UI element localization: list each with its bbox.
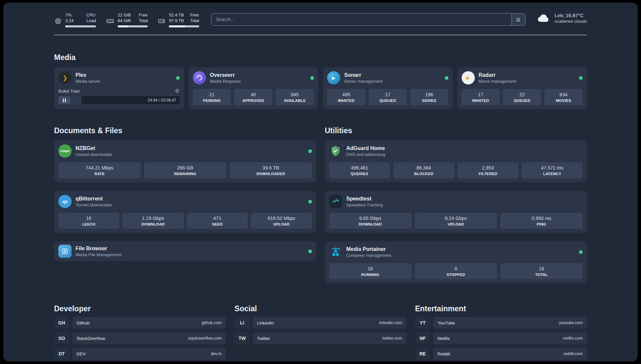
service-subtitle: Usenet downloader: [76, 152, 112, 157]
stat-tile: 485WANTED: [327, 89, 365, 105]
status-dot: [308, 250, 312, 253]
service-name: AdGuard Home: [346, 145, 385, 151]
ram-free-value: 22 GiB: [118, 13, 134, 17]
bookmark-abbr: RE: [415, 348, 430, 360]
bookmark-link-dev[interactable]: DEVdev.to: [72, 348, 226, 360]
service-card-qbittorrent[interactable]: qb qBittorrent Torrent downloader 16LEEC…: [54, 191, 316, 233]
section-title-documents: Documents & Files: [54, 126, 316, 135]
status-dot: [579, 76, 583, 80]
filebrowser-icon: [58, 245, 72, 258]
bookmark-link-reddit[interactable]: Redditreddit.com: [433, 348, 587, 360]
service-card-speedtest[interactable]: Speedtest Speedtest Tracking 9.65 GbpsDO…: [325, 191, 587, 233]
service-name: File Browser: [76, 246, 121, 252]
bookmark-abbr: GH: [54, 317, 69, 329]
service-card-overseerr[interactable]: Overseerr Media Requests 21PENDING 40APP…: [189, 67, 319, 109]
bookmark-row: RE Redditreddit.com: [415, 348, 587, 360]
service-name: qBittorrent: [76, 196, 112, 202]
media-section: Media ❯ Plex Media server Bullet Train: [54, 53, 587, 109]
stat-tile: 40APPROVED: [234, 89, 272, 105]
weather-location: Lviv, 16.87°C: [555, 13, 587, 18]
cpu-usage-value: 7%: [65, 13, 81, 17]
cpu-icon: [54, 15, 62, 27]
bookmark-row: LI LinkedInlinkedin.com: [234, 317, 406, 329]
service-card-portainer[interactable]: Media Portainer Container management 16R…: [325, 241, 587, 283]
stat-tile: 22QUEUED: [503, 89, 541, 105]
service-subtitle: Media Requests: [210, 79, 241, 84]
adguard-shield-icon: [329, 144, 342, 158]
service-subtitle: Container management: [346, 253, 391, 258]
service-name: Media Portainer: [346, 246, 391, 252]
bookmark-link-youtube[interactable]: YouTubeyoutube.com: [433, 317, 587, 329]
stat-tile: 498,461QUERIES: [329, 162, 390, 178]
service-subtitle: DNS and adblocking: [346, 152, 385, 157]
nzbget-icon: nzbget: [58, 144, 72, 158]
disk-free-value: 52.4 TB: [169, 13, 185, 17]
bookmark-row: NF Netflixnetflix.com: [415, 332, 587, 344]
bookmark-link-netflix[interactable]: Netflixnetflix.com: [433, 332, 587, 344]
stat-tile: 945AVAILABLE: [276, 89, 314, 105]
stat-tile: 39.6 TBDOWNLOADED: [229, 162, 312, 178]
playback-progress-bar[interactable]: 24:44 / 02:06:47: [58, 96, 180, 104]
stat-tile: 16RUNNING: [329, 263, 412, 279]
stat-tile: 16LEECH: [58, 213, 119, 229]
disk-progress-bar: [169, 25, 199, 27]
stat-tile: 618.52 MbpsUPLOAD: [251, 213, 312, 229]
gear-icon[interactable]: ⚙: [175, 88, 179, 94]
overseerr-icon: [193, 71, 206, 84]
service-card-nzbget[interactable]: nzbget NZBGet Usenet downloader 744.21 M…: [54, 140, 316, 182]
search-input[interactable]: [211, 14, 511, 25]
bookmark-row: TW Twittertwitter.com: [234, 332, 406, 344]
documents-section: Documents & Files nzbget NZBGet Usenet d…: [54, 126, 316, 261]
status-dot: [308, 200, 312, 203]
now-playing-title: Bullet Train: [58, 89, 80, 94]
section-title-entertainment: Entertainment: [415, 304, 587, 313]
service-card-sonarr[interactable]: ▶ Sonarr Series management 485WANTED 17Q…: [323, 67, 453, 109]
stat-tile: 9.65 GbpsDOWNLOAD: [329, 213, 412, 229]
service-name: NZBGet: [76, 145, 112, 151]
bookmark-abbr: NF: [415, 332, 430, 344]
bookmark-group-developer: Developer GH Githubgithub.com SO StackOv…: [54, 304, 226, 360]
service-name: Speedtest: [346, 196, 383, 202]
service-card-filebrowser[interactable]: File Browser Media File Management: [54, 241, 316, 261]
weather-widget[interactable]: Lviv, 16.87°C scattered clouds: [537, 13, 587, 24]
dashboard-page: 7% CPU 3.24 Load 22 GiB Free 6: [3, 3, 638, 361]
stat-tile: 266 GBREMAINING: [144, 162, 227, 178]
service-subtitle: Movie management: [479, 79, 516, 84]
stat-tile: 17QUEUED: [369, 89, 407, 105]
search-provider-button[interactable]: G: [511, 14, 525, 25]
disk-total-value: 97.9 TB: [169, 18, 185, 23]
bookmark-abbr: SO: [54, 332, 69, 344]
service-card-adguard[interactable]: AdGuard Home DNS and adblocking 498,461Q…: [325, 140, 587, 182]
stat-tile: 17WANTED: [462, 89, 500, 105]
bookmark-link-linkedin[interactable]: LinkedInlinkedin.com: [253, 317, 406, 329]
service-card-radarr[interactable]: ▶ Radarr Movie management 17WANTED 22QUE…: [457, 67, 587, 109]
service-subtitle: Speedtest Tracking: [346, 202, 383, 207]
service-card-plex[interactable]: ❯ Plex Media server Bullet Train ⚙: [54, 67, 184, 109]
bookmark-row: GH Githubgithub.com: [54, 317, 226, 329]
section-title-media: Media: [54, 53, 587, 62]
bookmark-link-stackoverflow[interactable]: StackOverflowstackoverflow.com: [72, 332, 226, 344]
stat-tile: 0STOPPED: [415, 263, 497, 279]
bookmark-link-github[interactable]: Githubgithub.com: [72, 317, 226, 329]
stat-tile: 2,953FILTERED: [458, 162, 519, 178]
bookmark-row: DT DEVdev.to: [54, 348, 226, 360]
service-subtitle: Series management: [344, 79, 382, 84]
cpu-progress-bar: [65, 25, 96, 27]
service-subtitle: Media File Management: [76, 252, 121, 257]
topbar: 7% CPU 3.24 Load 22 GiB Free 6: [54, 13, 587, 27]
playback-time: 24:44 / 02:06:47: [148, 98, 180, 103]
bookmark-link-twitter[interactable]: Twittertwitter.com: [253, 332, 406, 344]
stat-tile: 471SEED: [187, 213, 248, 229]
section-title-utilities: Utilities: [325, 126, 587, 135]
cpu-metric: 7% CPU 3.24 Load: [54, 13, 96, 27]
bookmark-row: YT YouTubeyoutube.com: [415, 317, 587, 329]
bookmark-abbr: TW: [234, 332, 250, 344]
stat-tile: 86,384BLOCKED: [393, 162, 454, 178]
stat-tile: 21PENDING: [193, 89, 231, 105]
disk-total-label: Total: [190, 18, 199, 23]
stat-tile: 47.571 msLATENCY: [522, 162, 583, 178]
status-dot: [579, 250, 583, 254]
weather-condition: scattered clouds: [555, 19, 587, 24]
ram-free-label: Free: [139, 13, 148, 17]
pause-button[interactable]: [58, 96, 70, 104]
